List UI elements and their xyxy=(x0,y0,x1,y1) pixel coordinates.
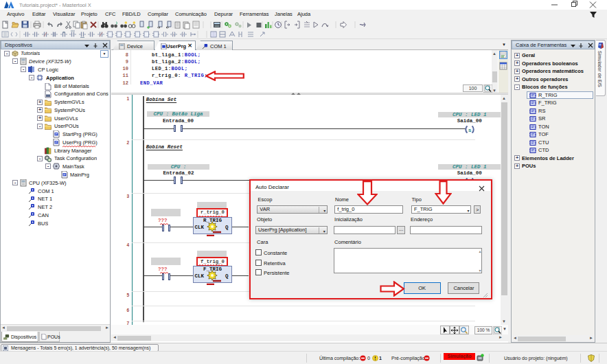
svg-text:s: s xyxy=(172,32,175,37)
svg-text:r: r xyxy=(182,32,185,37)
svg-text:s: s xyxy=(468,126,472,133)
